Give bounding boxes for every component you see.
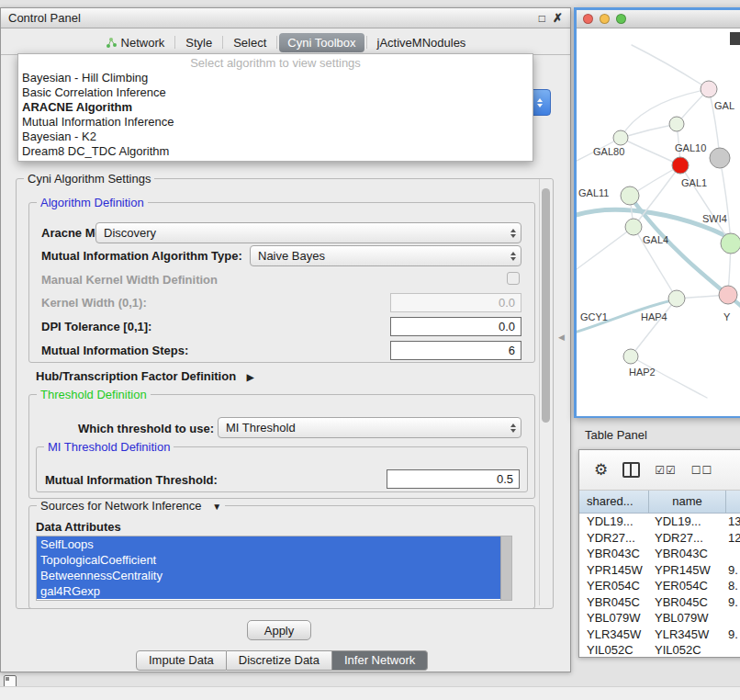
- apply-button[interactable]: Apply: [247, 620, 311, 640]
- network-node[interactable]: [669, 117, 684, 131]
- network-edge[interactable]: [631, 299, 677, 356]
- tab-style[interactable]: Style: [177, 33, 220, 52]
- tab-infer-network[interactable]: Infer Network: [332, 650, 428, 671]
- combobox-arrows-icon: [510, 252, 516, 261]
- close-traffic-light[interactable]: [583, 14, 593, 24]
- table-cell: 8.: [726, 578, 740, 594]
- manual-kernel-checkbox[interactable]: [507, 272, 520, 285]
- network-node[interactable]: [710, 148, 730, 168]
- node-label: GAL10: [675, 142, 706, 153]
- network-edge[interactable]: [720, 158, 731, 243]
- attribute-item[interactable]: SelfLoops: [37, 536, 500, 552]
- algorithm-option[interactable]: Basic Correlation Inference: [18, 85, 533, 100]
- table-row[interactable]: YER054CYER054C8.: [579, 578, 740, 594]
- collapsed-arrow-icon[interactable]: ▶: [247, 372, 254, 382]
- tab-jactivemodules[interactable]: jActiveMNodules: [369, 33, 475, 52]
- network-node[interactable]: [613, 130, 628, 145]
- dpi-tolerance-field[interactable]: 0.0: [390, 317, 521, 336]
- attributes-scrollbar[interactable]: [500, 536, 511, 600]
- algorithm-placeholder: Select algorithm to view settings: [18, 56, 533, 71]
- mi-type-select[interactable]: Naive Bayes: [250, 245, 521, 266]
- hub-section-toggle[interactable]: Hub/Transcription Factor Definition ▶: [36, 369, 253, 383]
- algorithm-option[interactable]: ARACNE Algorithm: [18, 100, 533, 115]
- control-panel-titlebar[interactable]: Control Panel □ ✗: [1, 8, 570, 28]
- network-node[interactable]: [721, 233, 740, 254]
- network-node[interactable]: [668, 290, 685, 307]
- node-label: GAL80: [593, 146, 624, 157]
- table-panel-title: Table Panel: [585, 428, 647, 442]
- table-cell: YDR27...: [649, 530, 726, 547]
- mi-threshold-field[interactable]: 0.5: [387, 469, 520, 489]
- table-row[interactable]: YDR27...YDR27...12: [579, 530, 740, 547]
- table-cell: YER054C: [579, 578, 649, 594]
- table-cell: [726, 546, 740, 562]
- aracne-mode-select[interactable]: Discovery: [95, 222, 521, 243]
- float-window-icon[interactable]: □: [539, 13, 545, 24]
- table-row[interactable]: YBR043CYBR043C: [579, 546, 740, 562]
- attribute-item[interactable]: BetweennessCentrality: [37, 568, 500, 583]
- table-cell: YBR045C: [649, 594, 726, 611]
- column-selector-icon[interactable]: [622, 462, 640, 478]
- column-header-shared-name[interactable]: shared...: [579, 491, 649, 513]
- node-label: SWI4: [702, 213, 727, 224]
- table-row[interactable]: YDL19...YDL19...13: [579, 514, 740, 530]
- hub-section-label: Hub/Transcription Factor Definition: [36, 369, 236, 383]
- table-cell: YBR043C: [579, 546, 649, 562]
- zoom-traffic-light[interactable]: [616, 14, 626, 24]
- table-cell: [726, 642, 740, 659]
- network-edge[interactable]: [577, 227, 633, 269]
- tab-discretize-data[interactable]: Discretize Data: [227, 650, 332, 671]
- expanded-arrow-icon[interactable]: ▼: [212, 502, 221, 512]
- attribute-item[interactable]: TopologicalCoefficient: [37, 552, 500, 568]
- network-edge[interactable]: [621, 89, 709, 138]
- table-cell: [726, 610, 740, 627]
- deselect-all-icon[interactable]: ☐☐: [691, 464, 713, 477]
- minimize-traffic-light[interactable]: [600, 14, 610, 24]
- network-node[interactable]: [621, 186, 639, 205]
- tab-separator: [276, 36, 277, 49]
- table-cell: YBR043C: [649, 546, 726, 562]
- tab-cyni-toolbox[interactable]: Cyni Toolbox: [279, 33, 364, 52]
- column-header-name[interactable]: name: [649, 491, 726, 513]
- settings-group-title: Cyni Algorithm Settings: [24, 172, 154, 186]
- table-panel-window: ⚙ ☑☑ ☐☐ shared... name YDL19...YDL19...1…: [578, 449, 740, 658]
- settings-scrollbar[interactable]: [539, 179, 552, 605]
- table-cell: YBL079W: [649, 610, 726, 627]
- network-edge[interactable]: [632, 45, 709, 89]
- gear-icon[interactable]: ⚙: [594, 460, 608, 480]
- table-row[interactable]: YBR045CYBR045C9.: [579, 594, 740, 611]
- network-window-titlebar[interactable]: [577, 10, 740, 28]
- network-node[interactable]: [701, 81, 717, 97]
- network-node[interactable]: [672, 157, 689, 174]
- table-row[interactable]: YLR345WYLR345W9.: [579, 627, 740, 643]
- column-header-extra[interactable]: [726, 491, 740, 513]
- table-row[interactable]: YBL079WYBL079W: [579, 610, 740, 627]
- node-label: GCY1: [580, 311, 608, 322]
- tab-network[interactable]: Network: [97, 33, 174, 52]
- network-node[interactable]: [625, 219, 642, 235]
- data-attributes-label: Data Attributes: [36, 520, 121, 534]
- tab-select[interactable]: Select: [225, 33, 275, 52]
- panel-collapse-arrow-icon[interactable]: ◀: [558, 333, 565, 342]
- algorithm-option[interactable]: Dream8 DC_TDC Algorithm: [18, 144, 533, 159]
- aracne-mode-value: Discovery: [104, 226, 156, 240]
- algorithm-option[interactable]: Mutual Information Inference: [18, 115, 533, 130]
- network-edge[interactable]: [621, 138, 680, 165]
- which-threshold-select[interactable]: MI Threshold: [218, 417, 521, 438]
- table-row[interactable]: YPR145WYPR145W9.: [579, 562, 740, 579]
- sources-toggle[interactable]: Sources for Network Inference ▼: [37, 499, 225, 513]
- select-all-icon[interactable]: ☑☑: [655, 464, 677, 477]
- network-canvas[interactable]: GALGAL80GAL10GAL1GAL11SWI4GAL4GCY1HAP4YH…: [577, 28, 740, 416]
- close-icon[interactable]: ✗: [553, 13, 563, 24]
- algorithm-option[interactable]: Bayesian - Hill Climbing: [18, 71, 533, 85]
- tab-impute-data[interactable]: Impute Data: [136, 650, 227, 671]
- settings-scrollbar-thumb[interactable]: [542, 188, 550, 423]
- network-node[interactable]: [719, 286, 737, 304]
- mi-steps-field[interactable]: 6: [390, 341, 521, 360]
- algorithm-option[interactable]: Bayesian - K2: [18, 130, 533, 144]
- network-node[interactable]: [623, 349, 638, 364]
- kernel-width-field[interactable]: 0.0: [390, 293, 521, 312]
- dpi-tolerance-label: DPI Tolerance [0,1]:: [41, 320, 151, 333]
- attribute-item[interactable]: gal4RGexp: [37, 583, 500, 599]
- table-row[interactable]: YIL052CYIL052C: [579, 642, 740, 659]
